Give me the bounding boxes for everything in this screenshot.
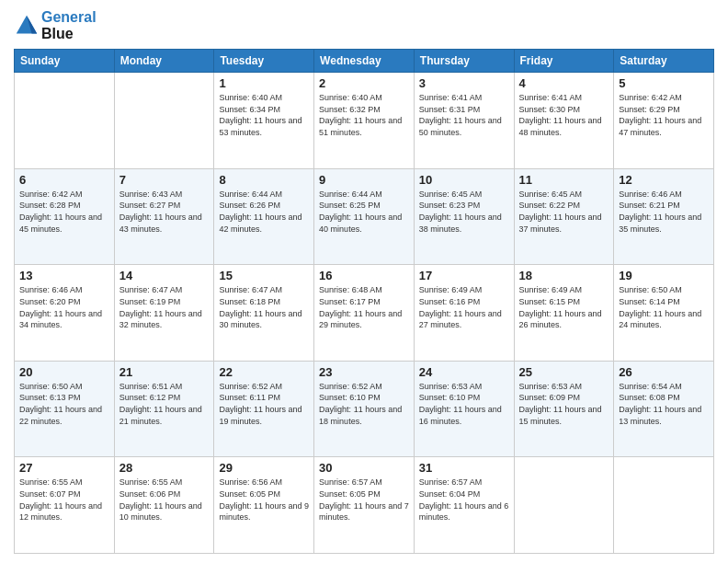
day-of-week-header: Tuesday — [214, 50, 314, 73]
day-of-week-header: Sunday — [15, 50, 115, 73]
calendar-cell: 10Sunrise: 6:45 AM Sunset: 6:23 PM Dayli… — [414, 168, 514, 265]
calendar-cell: 26Sunrise: 6:54 AM Sunset: 6:08 PM Dayli… — [614, 361, 714, 457]
day-number: 12 — [619, 173, 709, 187]
calendar-cell — [15, 73, 115, 169]
day-info: Sunrise: 6:57 AM Sunset: 6:04 PM Dayligh… — [419, 477, 509, 523]
calendar-cell: 19Sunrise: 6:50 AM Sunset: 6:14 PM Dayli… — [614, 265, 714, 362]
calendar-cell: 16Sunrise: 6:48 AM Sunset: 6:17 PM Dayli… — [314, 265, 415, 362]
day-number: 18 — [519, 269, 609, 282]
day-number: 8 — [219, 173, 309, 187]
day-info: Sunrise: 6:40 AM Sunset: 6:34 PM Dayligh… — [219, 92, 309, 138]
day-info: Sunrise: 6:52 AM Sunset: 6:10 PM Dayligh… — [319, 381, 409, 427]
day-number: 9 — [319, 173, 409, 187]
day-info: Sunrise: 6:41 AM Sunset: 6:30 PM Dayligh… — [519, 92, 609, 138]
day-info: Sunrise: 6:53 AM Sunset: 6:10 PM Dayligh… — [419, 381, 509, 427]
day-of-week-header: Thursday — [414, 50, 514, 73]
calendar-cell: 3Sunrise: 6:41 AM Sunset: 6:31 PM Daylig… — [414, 73, 514, 169]
day-info: Sunrise: 6:57 AM Sunset: 6:05 PM Dayligh… — [319, 477, 409, 523]
calendar-header-row: SundayMondayTuesdayWednesdayThursdayFrid… — [15, 50, 714, 73]
day-number: 17 — [419, 269, 509, 282]
day-number: 23 — [319, 365, 409, 379]
calendar-cell: 7Sunrise: 6:43 AM Sunset: 6:27 PM Daylig… — [114, 168, 214, 265]
calendar-cell: 1Sunrise: 6:40 AM Sunset: 6:34 PM Daylig… — [214, 73, 314, 169]
day-number: 15 — [219, 269, 309, 282]
calendar-week-row: 27Sunrise: 6:55 AM Sunset: 6:07 PM Dayli… — [15, 457, 714, 554]
day-number: 29 — [219, 461, 309, 475]
day-number: 13 — [19, 269, 109, 282]
day-number: 21 — [119, 365, 210, 379]
day-of-week-header: Monday — [114, 50, 214, 73]
calendar-cell: 22Sunrise: 6:52 AM Sunset: 6:11 PM Dayli… — [214, 361, 314, 457]
calendar-cell: 11Sunrise: 6:45 AM Sunset: 6:22 PM Dayli… — [514, 168, 614, 265]
day-number: 10 — [419, 173, 509, 187]
calendar-cell: 20Sunrise: 6:50 AM Sunset: 6:13 PM Dayli… — [15, 361, 115, 457]
calendar-cell: 9Sunrise: 6:44 AM Sunset: 6:25 PM Daylig… — [314, 168, 415, 265]
day-number: 16 — [319, 269, 409, 282]
logo-icon — [14, 13, 40, 39]
calendar-cell: 6Sunrise: 6:42 AM Sunset: 6:28 PM Daylig… — [15, 168, 115, 265]
logo: General Blue — [14, 9, 97, 41]
calendar-cell: 12Sunrise: 6:46 AM Sunset: 6:21 PM Dayli… — [614, 168, 714, 265]
calendar-cell: 17Sunrise: 6:49 AM Sunset: 6:16 PM Dayli… — [414, 265, 514, 362]
day-number: 19 — [619, 269, 709, 282]
calendar-cell: 8Sunrise: 6:44 AM Sunset: 6:26 PM Daylig… — [214, 168, 314, 265]
calendar-cell: 2Sunrise: 6:40 AM Sunset: 6:32 PM Daylig… — [314, 73, 415, 169]
day-info: Sunrise: 6:44 AM Sunset: 6:25 PM Dayligh… — [319, 189, 409, 235]
day-number: 3 — [419, 76, 509, 90]
calendar-cell: 4Sunrise: 6:41 AM Sunset: 6:30 PM Daylig… — [514, 73, 614, 169]
calendar-week-row: 1Sunrise: 6:40 AM Sunset: 6:34 PM Daylig… — [15, 73, 714, 169]
day-info: Sunrise: 6:49 AM Sunset: 6:16 PM Dayligh… — [419, 284, 509, 330]
day-number: 25 — [519, 365, 609, 379]
day-of-week-header: Friday — [514, 50, 614, 73]
calendar-cell — [114, 73, 214, 169]
calendar-cell: 30Sunrise: 6:57 AM Sunset: 6:05 PM Dayli… — [314, 457, 415, 554]
day-info: Sunrise: 6:47 AM Sunset: 6:19 PM Dayligh… — [119, 284, 210, 330]
calendar-table: SundayMondayTuesdayWednesdayThursdayFrid… — [14, 49, 714, 554]
calendar-cell: 27Sunrise: 6:55 AM Sunset: 6:07 PM Dayli… — [15, 457, 115, 554]
day-info: Sunrise: 6:48 AM Sunset: 6:17 PM Dayligh… — [319, 284, 409, 330]
day-info: Sunrise: 6:56 AM Sunset: 6:05 PM Dayligh… — [219, 477, 309, 523]
day-number: 7 — [119, 173, 210, 187]
day-number: 27 — [19, 461, 109, 475]
day-number: 20 — [19, 365, 109, 379]
day-info: Sunrise: 6:55 AM Sunset: 6:07 PM Dayligh… — [19, 477, 109, 523]
day-info: Sunrise: 6:42 AM Sunset: 6:28 PM Dayligh… — [19, 189, 109, 235]
calendar-cell: 18Sunrise: 6:49 AM Sunset: 6:15 PM Dayli… — [514, 265, 614, 362]
day-number: 2 — [319, 76, 409, 90]
day-of-week-header: Wednesday — [314, 50, 415, 73]
page: General Blue SundayMondayTuesdayWednesda… — [0, 0, 728, 563]
day-info: Sunrise: 6:45 AM Sunset: 6:22 PM Dayligh… — [519, 189, 609, 235]
calendar-week-row: 20Sunrise: 6:50 AM Sunset: 6:13 PM Dayli… — [15, 361, 714, 457]
day-number: 26 — [619, 365, 709, 379]
day-info: Sunrise: 6:55 AM Sunset: 6:06 PM Dayligh… — [119, 477, 210, 523]
calendar-cell: 15Sunrise: 6:47 AM Sunset: 6:18 PM Dayli… — [214, 265, 314, 362]
day-number: 5 — [619, 76, 709, 90]
day-info: Sunrise: 6:45 AM Sunset: 6:23 PM Dayligh… — [419, 189, 509, 235]
day-number: 30 — [319, 461, 409, 475]
header: General Blue — [14, 9, 714, 41]
day-info: Sunrise: 6:42 AM Sunset: 6:29 PM Dayligh… — [619, 92, 709, 138]
day-info: Sunrise: 6:46 AM Sunset: 6:20 PM Dayligh… — [19, 284, 109, 330]
day-info: Sunrise: 6:46 AM Sunset: 6:21 PM Dayligh… — [619, 189, 709, 235]
calendar-cell: 28Sunrise: 6:55 AM Sunset: 6:06 PM Dayli… — [114, 457, 214, 554]
day-number: 11 — [519, 173, 609, 187]
calendar-cell: 21Sunrise: 6:51 AM Sunset: 6:12 PM Dayli… — [114, 361, 214, 457]
day-info: Sunrise: 6:43 AM Sunset: 6:27 PM Dayligh… — [119, 189, 210, 235]
day-info: Sunrise: 6:52 AM Sunset: 6:11 PM Dayligh… — [219, 381, 309, 427]
calendar-cell — [514, 457, 614, 554]
calendar-cell: 14Sunrise: 6:47 AM Sunset: 6:19 PM Dayli… — [114, 265, 214, 362]
calendar-cell: 13Sunrise: 6:46 AM Sunset: 6:20 PM Dayli… — [15, 265, 115, 362]
day-info: Sunrise: 6:40 AM Sunset: 6:32 PM Dayligh… — [319, 92, 409, 138]
calendar-cell: 29Sunrise: 6:56 AM Sunset: 6:05 PM Dayli… — [214, 457, 314, 554]
day-number: 4 — [519, 76, 609, 90]
day-info: Sunrise: 6:47 AM Sunset: 6:18 PM Dayligh… — [219, 284, 309, 330]
calendar-cell: 5Sunrise: 6:42 AM Sunset: 6:29 PM Daylig… — [614, 73, 714, 169]
day-number: 31 — [419, 461, 509, 475]
day-info: Sunrise: 6:53 AM Sunset: 6:09 PM Dayligh… — [519, 381, 609, 427]
day-info: Sunrise: 6:51 AM Sunset: 6:12 PM Dayligh… — [119, 381, 210, 427]
calendar-cell: 25Sunrise: 6:53 AM Sunset: 6:09 PM Dayli… — [514, 361, 614, 457]
logo-text: General Blue — [41, 9, 97, 41]
day-info: Sunrise: 6:49 AM Sunset: 6:15 PM Dayligh… — [519, 284, 609, 330]
day-number: 6 — [19, 173, 109, 187]
day-number: 24 — [419, 365, 509, 379]
